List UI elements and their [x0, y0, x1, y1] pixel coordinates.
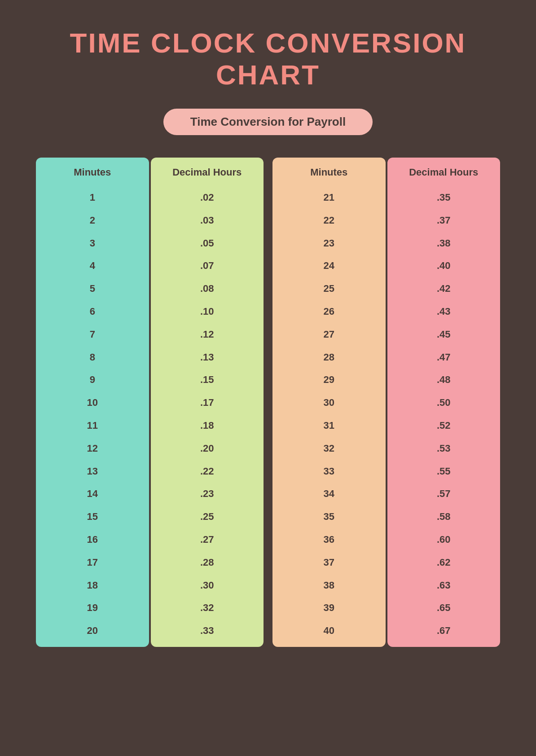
table-row: 21 [272, 186, 386, 209]
table-row: .48 [387, 369, 501, 391]
table-row: .27 [151, 528, 264, 551]
table-row: .67 [387, 620, 501, 647]
table-row: 15 [36, 505, 149, 528]
table-row: 25 [272, 277, 386, 300]
table-row: 29 [272, 369, 386, 391]
col-decimal-1: Decimal Hours .02.03.05.07.08.10.12.13.1… [151, 158, 264, 647]
table-row: 20 [36, 620, 149, 647]
subtitle-badge: Time Conversion for Payroll [163, 109, 373, 135]
table-row: 34 [272, 483, 386, 505]
table-row: 33 [272, 460, 386, 483]
table-row: .58 [387, 505, 501, 528]
table-row: .45 [387, 323, 501, 346]
table-row: .08 [151, 277, 264, 300]
subtitle-text: Time Conversion for Payroll [190, 115, 346, 128]
table-row: 12 [36, 437, 149, 460]
table-row: 1 [36, 186, 149, 209]
table-row: 28 [272, 346, 386, 369]
table-row: 22 [272, 209, 386, 232]
table-row: .38 [387, 232, 501, 255]
table-row: 26 [272, 300, 386, 323]
table-row: .35 [387, 186, 501, 209]
table-row: .02 [151, 186, 264, 209]
table-row: .10 [151, 300, 264, 323]
table-row: .22 [151, 460, 264, 483]
table-row: 30 [272, 391, 386, 414]
table-row: .12 [151, 323, 264, 346]
table-row: 39 [272, 597, 386, 620]
table-row: .40 [387, 255, 501, 277]
table-row: .65 [387, 597, 501, 620]
table-row: 10 [36, 391, 149, 414]
page-title: TIME CLOCK CONVERSION CHART [36, 27, 500, 91]
col2-header: Decimal Hours [151, 158, 264, 186]
table-row: 7 [36, 323, 149, 346]
table-row: 17 [36, 551, 149, 574]
table-row: 4 [36, 255, 149, 277]
table-row: .13 [151, 346, 264, 369]
table-row: .25 [151, 505, 264, 528]
table-row: 24 [272, 255, 386, 277]
col-minutes-1: Minutes 1234567891011121314151617181920 [36, 158, 149, 647]
table-row: .28 [151, 551, 264, 574]
table-row: .53 [387, 437, 501, 460]
table-row: 13 [36, 460, 149, 483]
table-row: 36 [272, 528, 386, 551]
table-row: .43 [387, 300, 501, 323]
table-row: .63 [387, 574, 501, 597]
table-row: .60 [387, 528, 501, 551]
table-row: .23 [151, 483, 264, 505]
right-col-group: Minutes 21222324252627282930313233343536… [272, 158, 500, 647]
table-row: 2 [36, 209, 149, 232]
conversion-table: Minutes 1234567891011121314151617181920 … [36, 158, 500, 647]
col3-header: Minutes [272, 158, 386, 186]
table-row: 8 [36, 346, 149, 369]
table-row: 11 [36, 414, 149, 437]
table-row: .05 [151, 232, 264, 255]
table-row: .30 [151, 574, 264, 597]
table-row: .17 [151, 391, 264, 414]
table-row: 23 [272, 232, 386, 255]
table-row: 31 [272, 414, 386, 437]
table-row: .32 [151, 597, 264, 620]
table-row: 9 [36, 369, 149, 391]
col-decimal-2: Decimal Hours .35.37.38.40.42.43.45.47.4… [387, 158, 501, 647]
table-row: 3 [36, 232, 149, 255]
table-row: .47 [387, 346, 501, 369]
table-row: 37 [272, 551, 386, 574]
table-row: .55 [387, 460, 501, 483]
table-row: .50 [387, 391, 501, 414]
table-row: .62 [387, 551, 501, 574]
table-row: .57 [387, 483, 501, 505]
table-row: 5 [36, 277, 149, 300]
table-row: 18 [36, 574, 149, 597]
table-row: .52 [387, 414, 501, 437]
table-row: .03 [151, 209, 264, 232]
table-row: 32 [272, 437, 386, 460]
table-row: .33 [151, 620, 264, 647]
col4-header: Decimal Hours [387, 158, 501, 186]
table-row: 6 [36, 300, 149, 323]
table-row: .18 [151, 414, 264, 437]
col-minutes-2: Minutes 21222324252627282930313233343536… [272, 158, 386, 647]
left-col-group: Minutes 1234567891011121314151617181920 … [36, 158, 264, 647]
table-row: 38 [272, 574, 386, 597]
table-row: .42 [387, 277, 501, 300]
table-row: 35 [272, 505, 386, 528]
table-row: .15 [151, 369, 264, 391]
table-row: 14 [36, 483, 149, 505]
table-row: 27 [272, 323, 386, 346]
table-row: .20 [151, 437, 264, 460]
col1-header: Minutes [36, 158, 149, 186]
table-row: 19 [36, 597, 149, 620]
table-row: 40 [272, 620, 386, 647]
table-row: .07 [151, 255, 264, 277]
table-row: 16 [36, 528, 149, 551]
table-row: .37 [387, 209, 501, 232]
